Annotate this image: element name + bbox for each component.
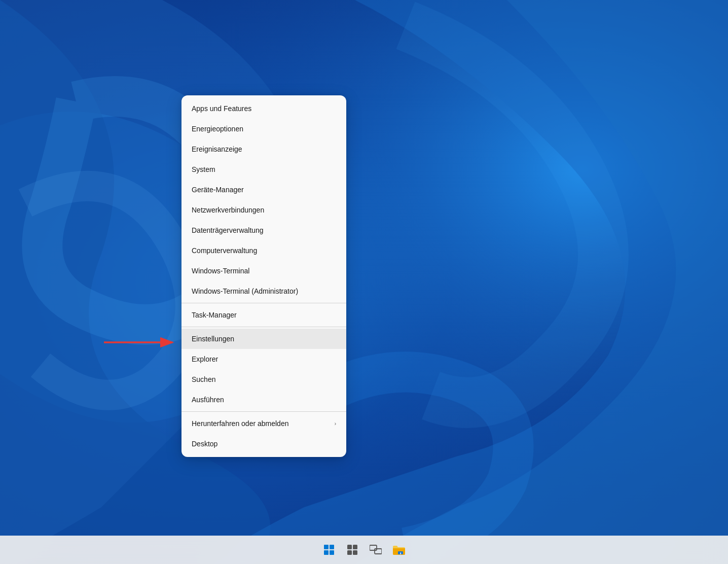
menu-item-label: Netzwerkverbindungen — [192, 206, 264, 214]
menu-item-label: Task-Manager — [192, 311, 237, 319]
menu-item-label: Explorer — [192, 355, 218, 363]
taskbar: ⬆ — [0, 536, 728, 564]
menu-item-computer-management[interactable]: Computerverwaltung — [181, 240, 346, 261]
svg-rect-7 — [353, 550, 357, 555]
svg-rect-0 — [0, 0, 728, 564]
menu-item-label: Desktop — [192, 440, 217, 448]
menu-item-task-manager[interactable]: Task-Manager — [181, 305, 346, 325]
menu-item-network-connections[interactable]: Netzwerkverbindungen — [181, 200, 346, 220]
menu-separator — [181, 411, 346, 412]
menu-item-desktop[interactable]: Desktop — [181, 434, 346, 454]
search-taskbar-button[interactable] — [342, 540, 362, 560]
menu-item-label: Geräte-Manager — [192, 186, 244, 194]
menu-item-label: Suchen — [192, 375, 215, 383]
menu-item-explorer[interactable]: Explorer — [181, 349, 346, 369]
menu-item-label: Apps und Features — [192, 104, 251, 113]
svg-rect-6 — [347, 550, 352, 555]
menu-item-label: Einstellungen — [192, 335, 234, 343]
context-menu: Apps und FeaturesEnergieoptionenEreignis… — [181, 95, 346, 457]
start-button[interactable] — [319, 540, 339, 560]
task-view-icon — [370, 545, 382, 555]
wallpaper — [0, 0, 728, 564]
menu-item-windows-terminal-admin[interactable]: Windows-Terminal (Administrator) — [181, 281, 346, 301]
menu-item-label: Ereignisanzeige — [192, 145, 242, 153]
windows-logo-icon — [324, 545, 334, 555]
svg-rect-8 — [370, 545, 377, 550]
menu-item-apps-features[interactable]: Apps und Features — [181, 98, 346, 119]
menu-item-label: Windows-Terminal — [192, 267, 249, 275]
svg-rect-1 — [0, 0, 728, 564]
widget-icon — [346, 544, 358, 556]
menu-item-disk-management[interactable]: Datenträgerverwaltung — [181, 220, 346, 240]
folder-icon: ⬆ — [392, 544, 406, 555]
menu-item-label: Windows-Terminal (Administrator) — [192, 287, 298, 295]
menu-item-label: Ausführen — [192, 396, 224, 404]
menu-item-event-viewer[interactable]: Ereignisanzeige — [181, 139, 346, 159]
desktop: Apps und FeaturesEnergieoptionenEreignis… — [0, 0, 728, 564]
svg-rect-9 — [375, 549, 382, 554]
menu-separator — [181, 303, 346, 303]
svg-rect-5 — [353, 545, 357, 549]
svg-rect-4 — [347, 545, 352, 549]
menu-item-settings[interactable]: Einstellungen — [181, 329, 346, 349]
menu-item-label: Computerverwaltung — [192, 246, 257, 255]
menu-separator — [181, 327, 346, 327]
svg-text:⬆: ⬆ — [399, 552, 402, 555]
menu-item-label: Herunterfahren oder abmelden — [192, 419, 288, 428]
menu-item-run[interactable]: Ausführen — [181, 390, 346, 410]
annotation-arrow — [99, 330, 180, 357]
menu-item-device-manager[interactable]: Geräte-Manager — [181, 180, 346, 200]
menu-item-label: Datenträgerverwaltung — [192, 226, 264, 234]
menu-item-energy-options[interactable]: Energieoptionen — [181, 119, 346, 139]
menu-item-label: Energieoptionen — [192, 125, 243, 133]
file-explorer-button[interactable]: ⬆ — [389, 540, 409, 560]
menu-item-search[interactable]: Suchen — [181, 369, 346, 390]
menu-item-label: System — [192, 165, 215, 173]
submenu-arrow-icon: › — [335, 421, 336, 427]
menu-item-windows-terminal[interactable]: Windows-Terminal — [181, 261, 346, 281]
menu-item-system[interactable]: System — [181, 159, 346, 180]
task-view-button[interactable] — [366, 540, 386, 560]
menu-item-shutdown[interactable]: Herunterfahren oder abmelden› — [181, 413, 346, 434]
